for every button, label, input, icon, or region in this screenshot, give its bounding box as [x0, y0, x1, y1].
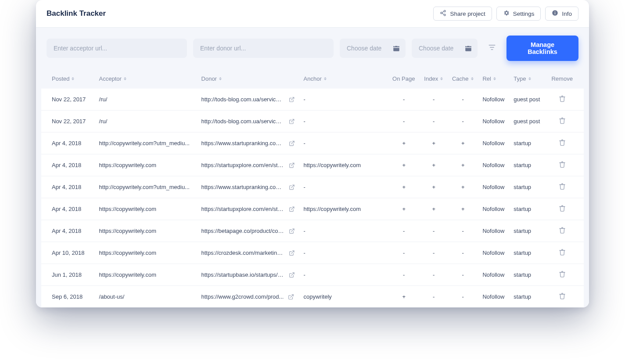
toolbar: Manage Backlinks Posted Acceptor Donor A… — [36, 28, 589, 307]
col-index-header[interactable]: Index — [424, 75, 443, 82]
cell-type: startup — [509, 264, 547, 286]
external-link-icon[interactable] — [289, 162, 295, 168]
cell-donor: https://startupxplore.com/en/star... — [197, 154, 299, 176]
svg-rect-11 — [393, 47, 399, 48]
cell-index: + — [420, 154, 448, 176]
external-link-icon[interactable] — [289, 140, 295, 146]
table-row: Apr 4, 2018http://copywritely.com?utm_me… — [41, 132, 584, 154]
share-project-button[interactable]: Share project — [433, 7, 492, 21]
table-body: Nov 22, 2017/ru/http://tods-blog.com.ua/… — [41, 89, 584, 307]
trash-icon[interactable] — [559, 117, 566, 124]
cell-posted: Apr 10, 2018 — [41, 242, 95, 264]
external-link-icon[interactable] — [288, 294, 294, 300]
cell-cache: + — [448, 176, 478, 198]
header-actions: Share project Settings Info — [433, 7, 578, 21]
cell-posted: Jun 1, 2018 — [41, 264, 95, 286]
trash-icon[interactable] — [559, 249, 566, 256]
trash-icon[interactable] — [559, 227, 566, 234]
external-link-icon[interactable] — [289, 228, 295, 234]
manage-backlinks-button[interactable]: Manage Backlinks — [506, 36, 578, 61]
cell-type: guest post — [509, 89, 547, 111]
settings-button[interactable]: Settings — [496, 7, 541, 21]
col-acceptor-header[interactable]: Acceptor — [99, 75, 126, 82]
cell-donor: https://www.startupranking.com... — [197, 176, 299, 198]
col-onpage-header[interactable]: On Page — [392, 75, 415, 82]
sort-icon — [528, 77, 531, 80]
cell-donor: https://startupbase.io/startups/c... — [197, 264, 299, 286]
svg-rect-14 — [470, 45, 471, 47]
external-link-icon[interactable] — [289, 250, 295, 256]
trash-icon[interactable] — [559, 183, 566, 190]
cell-onpage: + — [388, 286, 420, 308]
table-row: Jun 1, 2018https://copywritely.comhttps:… — [41, 264, 584, 286]
cell-index: - — [420, 111, 448, 132]
cell-cache: + — [448, 132, 478, 154]
cell-onpage: - — [388, 89, 420, 111]
cell-type: startup — [509, 242, 547, 264]
trash-icon[interactable] — [559, 95, 566, 102]
external-link-icon[interactable] — [289, 272, 295, 278]
svg-rect-8 — [393, 46, 399, 51]
cell-remove — [547, 264, 584, 286]
cell-remove — [547, 220, 584, 242]
acceptor-url-input[interactable] — [47, 39, 187, 58]
cell-onpage: + — [388, 154, 420, 176]
svg-line-20 — [291, 185, 294, 187]
cell-cache: - — [448, 220, 478, 242]
page-title: Backlink Tracker — [47, 9, 106, 18]
cell-anchor: https://copywritely.com — [299, 154, 388, 176]
table-row: Apr 4, 2018https://copywritely.comhttps:… — [41, 220, 584, 242]
cell-type: startup — [509, 132, 547, 154]
filter-button[interactable] — [484, 39, 500, 58]
trash-icon[interactable] — [559, 139, 566, 146]
cell-cache: - — [448, 286, 478, 308]
trash-icon[interactable] — [559, 161, 566, 168]
col-cache-header[interactable]: Cache — [452, 75, 474, 82]
col-posted-header[interactable]: Posted — [52, 75, 74, 82]
info-button[interactable]: Info — [545, 7, 578, 21]
sort-icon — [471, 77, 474, 80]
cell-acceptor: http://copywritely.com?utm_mediu... — [95, 132, 197, 154]
cell-acceptor: https://copywritely.com — [95, 220, 197, 242]
trash-icon[interactable] — [559, 205, 566, 212]
trash-icon[interactable] — [559, 271, 566, 278]
cell-acceptor: https://copywritely.com — [95, 264, 197, 286]
cell-type: guest post — [509, 111, 547, 132]
external-link-icon[interactable] — [289, 184, 295, 190]
svg-line-4 — [442, 11, 444, 13]
external-link-icon[interactable] — [289, 206, 295, 212]
cell-rel: Nofollow — [478, 89, 509, 111]
cell-index: - — [420, 286, 448, 308]
cell-remove — [547, 286, 584, 308]
svg-rect-6 — [555, 12, 555, 14]
col-anchor-header[interactable]: Anchor — [304, 75, 327, 82]
col-donor-header[interactable]: Donor — [201, 75, 222, 82]
sort-icon — [440, 77, 443, 80]
cell-type: startup — [509, 220, 547, 242]
cell-donor: https://www.g2crowd.com/prod... — [197, 286, 299, 308]
cell-donor: https://crozdesk.com/marketing/... — [197, 242, 299, 264]
svg-line-24 — [291, 272, 294, 275]
trash-icon[interactable] — [559, 293, 566, 300]
svg-rect-9 — [395, 45, 395, 47]
col-type-header[interactable]: Type — [514, 75, 531, 82]
cell-index: + — [420, 132, 448, 154]
cell-anchor: - — [299, 132, 388, 154]
cell-index: - — [420, 220, 448, 242]
col-rel-header[interactable]: Rel — [482, 75, 496, 82]
filters-row: Manage Backlinks — [41, 36, 584, 69]
cell-posted: Apr 4, 2018 — [41, 132, 95, 154]
cell-cache: - — [448, 89, 478, 111]
svg-rect-13 — [467, 45, 467, 47]
cell-donor: https://startupxplore.com/en/star... — [197, 198, 299, 220]
cell-donor: https://betapage.co/product/cop... — [197, 220, 299, 242]
external-link-icon[interactable] — [289, 118, 295, 125]
sort-icon — [493, 77, 496, 80]
cell-type: startup — [509, 286, 547, 308]
donor-url-input[interactable] — [193, 39, 334, 58]
external-link-icon[interactable] — [289, 96, 295, 103]
cell-rel: Nofollow — [478, 286, 509, 308]
cell-cache: + — [448, 154, 478, 176]
gear-icon — [503, 10, 510, 18]
sort-icon — [219, 77, 222, 80]
